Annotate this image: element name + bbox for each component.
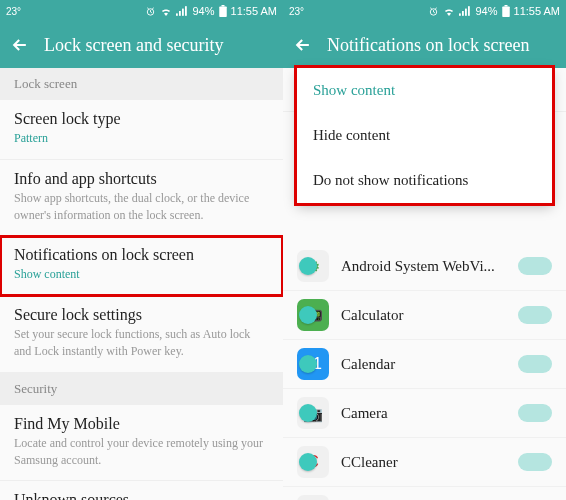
svg-rect-12 [502, 7, 510, 18]
battery-icon [502, 5, 510, 17]
header-title: Lock screen and security [44, 35, 223, 56]
alarm-icon [428, 6, 439, 17]
left-panel: 23° 94% 11:55 AM Lock screen and securit… [0, 0, 283, 500]
item-subtitle: Show content [14, 266, 269, 283]
svg-rect-9 [462, 11, 464, 16]
app-name: Camera [341, 405, 510, 422]
app-toggle[interactable] [518, 306, 552, 324]
wifi-icon [160, 6, 172, 16]
svg-rect-2 [179, 11, 181, 16]
item-subtitle: Locate and control your device remotely … [14, 435, 269, 469]
svg-rect-13 [504, 5, 507, 7]
item-subtitle: Pattern [14, 130, 269, 147]
app-name: CCleaner [341, 454, 510, 471]
svg-rect-4 [185, 6, 187, 16]
header: Lock screen and security [0, 22, 283, 68]
battery-icon [219, 5, 227, 17]
setting-item[interactable]: Notifications on lock screenShow content [0, 236, 283, 296]
popup-option-none[interactable]: Do not show notifications [297, 158, 552, 203]
alarm-icon [145, 6, 156, 17]
header-title: Notifications on lock screen [327, 35, 529, 56]
signal-icon [176, 6, 188, 16]
status-bar: 23° 94% 11:55 AM [283, 0, 566, 22]
svg-rect-6 [221, 5, 224, 7]
status-right: 94% 11:55 AM [428, 5, 560, 17]
back-icon[interactable] [10, 35, 30, 55]
setting-item[interactable]: Unknown sourcesAllow installation of app… [0, 481, 283, 500]
app-name: Calculator [341, 307, 510, 324]
header: Notifications on lock screen [283, 22, 566, 68]
item-title: Unknown sources [14, 491, 269, 500]
section-security: Security [0, 373, 283, 405]
app-icon: ◉ [297, 495, 329, 500]
app-toggle[interactable] [518, 355, 552, 373]
svg-rect-10 [465, 9, 467, 16]
item-title: Secure lock settings [14, 306, 269, 324]
status-right: 94% 11:55 AM [145, 5, 277, 17]
status-battery: 94% [475, 5, 497, 17]
app-name: Android System WebVi... [341, 258, 510, 275]
item-title: Screen lock type [14, 110, 269, 128]
status-temp: 23° [6, 6, 21, 17]
app-row[interactable]: CCCleaner [283, 438, 566, 487]
setting-item[interactable]: Find My MobileLocate and control your de… [0, 405, 283, 482]
popup-option-hide[interactable]: Hide content [297, 113, 552, 158]
svg-rect-1 [176, 13, 178, 15]
status-time: 11:55 AM [231, 5, 277, 17]
back-icon[interactable] [293, 35, 313, 55]
status-battery: 94% [192, 5, 214, 17]
section-lock-screen: Lock screen [0, 68, 283, 100]
app-row[interactable]: 31Calendar [283, 340, 566, 389]
right-panel: 23° 94% 11:55 AM Notifications on lock s… [283, 0, 566, 500]
item-title: Notifications on lock screen [14, 246, 269, 264]
app-row[interactable]: ◉Chrome [283, 487, 566, 500]
wifi-icon [443, 6, 455, 16]
status-time: 11:55 AM [514, 5, 560, 17]
app-row[interactable]: 📷Camera [283, 389, 566, 438]
svg-rect-11 [468, 6, 470, 16]
signal-icon [459, 6, 471, 16]
app-row[interactable]: ⚙Android System WebVi... [283, 242, 566, 291]
options-popup: Show content Hide content Do not show no… [297, 68, 552, 203]
app-toggle[interactable] [518, 453, 552, 471]
item-subtitle: Show app shortcuts, the dual clock, or t… [14, 190, 269, 224]
app-toggle[interactable] [518, 257, 552, 275]
item-title: Find My Mobile [14, 415, 269, 433]
setting-item[interactable]: Secure lock settingsSet your secure lock… [0, 296, 283, 373]
item-title: Info and app shortcuts [14, 170, 269, 188]
svg-rect-8 [459, 13, 461, 15]
status-bar: 23° 94% 11:55 AM [0, 0, 283, 22]
status-temp: 23° [289, 6, 304, 17]
app-row[interactable]: 📟Calculator [283, 291, 566, 340]
app-name: Calendar [341, 356, 510, 373]
item-subtitle: Set your secure lock functions, such as … [14, 326, 269, 360]
svg-rect-5 [219, 7, 227, 18]
svg-rect-3 [182, 9, 184, 16]
popup-option-show[interactable]: Show content [297, 68, 552, 113]
setting-item[interactable]: Screen lock typePattern [0, 100, 283, 160]
setting-item[interactable]: Info and app shortcutsShow app shortcuts… [0, 160, 283, 237]
app-toggle[interactable] [518, 404, 552, 422]
